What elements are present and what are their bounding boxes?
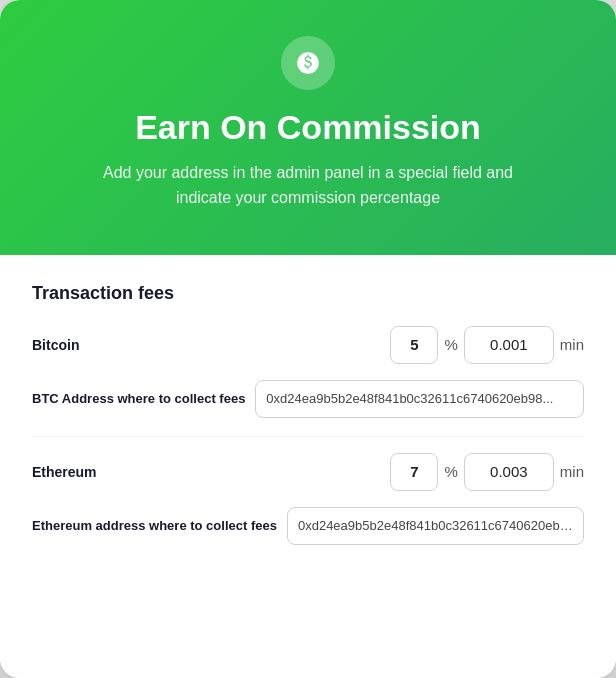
section-title: Transaction fees: [32, 283, 584, 304]
page-title: Earn On Commission: [135, 108, 481, 147]
bitcoin-label: Bitcoin: [32, 337, 122, 353]
ethereum-label: Ethereum: [32, 464, 122, 480]
ethereum-pct-symbol: %: [444, 463, 457, 480]
page-subtitle: Add your address in the admin panel in a…: [98, 161, 518, 211]
divider: [32, 436, 584, 437]
ethereum-min-label: min: [560, 463, 584, 480]
dollar-icon: [295, 50, 321, 76]
main-card: Earn On Commission Add your address in t…: [0, 0, 616, 678]
ethereum-fee-inputs: % min: [390, 453, 584, 491]
dollar-icon-wrap: [281, 36, 335, 90]
transaction-fees-section: Transaction fees Bitcoin % min BTC Addre…: [0, 255, 616, 678]
ethereum-percent-input[interactable]: [390, 453, 438, 491]
btc-address-label: BTC Address where to collect fees: [32, 390, 245, 408]
bitcoin-fee-row: Bitcoin % min: [32, 326, 584, 364]
btc-address-input[interactable]: [255, 380, 584, 418]
bitcoin-min-label: min: [560, 336, 584, 353]
eth-address-row: Ethereum address where to collect fees: [32, 507, 584, 545]
eth-address-input[interactable]: [287, 507, 584, 545]
ethereum-fee-row: Ethereum % min: [32, 453, 584, 491]
bitcoin-pct-symbol: %: [444, 336, 457, 353]
ethereum-min-input[interactable]: [464, 453, 554, 491]
bitcoin-percent-input[interactable]: [390, 326, 438, 364]
bitcoin-fee-inputs: % min: [390, 326, 584, 364]
btc-address-row: BTC Address where to collect fees: [32, 380, 584, 418]
eth-address-label: Ethereum address where to collect fees: [32, 517, 277, 535]
bitcoin-min-input[interactable]: [464, 326, 554, 364]
green-header: Earn On Commission Add your address in t…: [0, 0, 616, 255]
